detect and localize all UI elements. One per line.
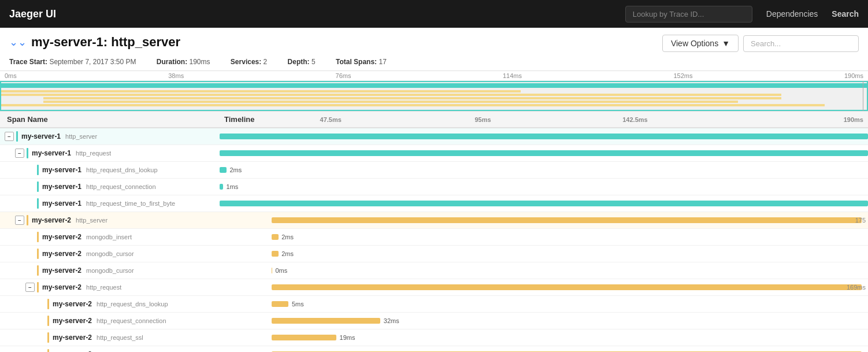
span-color-indicator xyxy=(47,349,49,352)
span-operation-name: mongodb_cursor xyxy=(86,250,134,257)
span-bar-container xyxy=(272,335,336,340)
table-row[interactable]: −my-server-2http_request169ms xyxy=(0,279,868,296)
span-service-name: my-server-1 xyxy=(21,132,61,140)
brand-logo: Jaeger UI xyxy=(9,8,56,20)
tick-47ms: 47.5ms xyxy=(255,116,407,123)
table-row[interactable]: my-server-1http_request_connection1ms xyxy=(0,179,868,195)
span-duration-right-label: 169ms xyxy=(847,284,866,291)
span-service-name: my-server-1 xyxy=(42,183,81,191)
meta-duration: Duration: 190ms xyxy=(157,58,220,66)
span-service-name: my-server-1 xyxy=(42,166,81,174)
span-timeline-col[interactable]: 129ms xyxy=(220,346,868,352)
span-operation-name: http_request_connection xyxy=(97,317,166,324)
span-bar-container xyxy=(220,167,227,173)
trace-title: my-server-1: http_server xyxy=(31,35,180,50)
span-operation-name: http_request_dns_lookup xyxy=(97,301,168,307)
span-timeline-col[interactable]: 2ms xyxy=(220,229,868,245)
span-bar-container xyxy=(272,234,279,240)
span-color-indicator xyxy=(37,282,39,292)
span-name-col: my-server-1http_request_time_to_first_by… xyxy=(0,197,220,210)
table-row[interactable]: my-server-1http_request_time_to_first_by… xyxy=(0,195,868,212)
span-color-indicator xyxy=(47,299,49,309)
span-name-col: my-server-1http_request_connection xyxy=(0,180,220,194)
collapse-chevron[interactable]: ⌄⌄ xyxy=(9,36,27,49)
span-service-name: my-server-1 xyxy=(42,199,81,208)
span-timeline-col[interactable] xyxy=(220,128,868,144)
expand-collapse-button[interactable]: − xyxy=(15,149,24,158)
span-timeline-col[interactable] xyxy=(220,145,868,161)
table-row[interactable]: −my-server-1http_server xyxy=(0,128,868,145)
chevron-down-icon: ▼ xyxy=(722,39,730,48)
span-service-name: my-server-2 xyxy=(42,266,81,275)
expand-collapse-button[interactable]: − xyxy=(5,132,14,141)
trace-id-input[interactable] xyxy=(625,6,752,23)
expand-collapse-button[interactable]: − xyxy=(25,283,35,292)
col-name-header: Span Name xyxy=(0,115,220,124)
span-service-name: my-server-2 xyxy=(32,216,71,224)
table-row[interactable]: my-server-1http_request_dns_lookup2ms xyxy=(0,162,868,179)
minimap-right-handle[interactable] xyxy=(863,81,863,111)
span-timeline-col[interactable]: 32ms xyxy=(220,313,868,329)
table-row[interactable]: my-server-2http_request_ssl19ms xyxy=(0,329,868,346)
span-bar-container xyxy=(272,301,289,307)
span-duration-label: 2ms xyxy=(281,250,294,257)
span-color-indicator xyxy=(16,131,18,142)
table-row[interactable]: my-server-2http_request_connection32ms xyxy=(0,313,868,329)
tick-142ms: 142.5ms xyxy=(559,116,711,123)
meta-depth: Depth: 5 xyxy=(288,58,325,66)
span-color-indicator xyxy=(37,249,39,259)
dependencies-link[interactable]: Dependencies xyxy=(766,9,818,18)
span-duration-label: 2ms xyxy=(281,234,294,240)
table-row[interactable]: my-server-2http_request_dns_lookup5ms xyxy=(0,296,868,313)
span-timeline-col[interactable]: 175 xyxy=(220,212,868,228)
span-operation-name: http_request xyxy=(86,284,121,291)
span-timeline-col[interactable]: 0ms xyxy=(220,262,868,279)
tick-95ms: 95ms xyxy=(407,116,559,123)
minimap-row-5 xyxy=(0,104,825,106)
span-bar-container xyxy=(220,184,223,190)
view-options-button[interactable]: View Options ▼ xyxy=(662,35,739,52)
table-row[interactable]: my-server-2mongodb_cursor0ms xyxy=(0,262,868,279)
table-row[interactable]: my-server-2mongodb_insert2ms xyxy=(0,229,868,246)
span-timeline-col[interactable]: 2ms xyxy=(220,246,868,262)
span-duration-label: 32ms xyxy=(384,317,399,324)
span-bar-container xyxy=(272,318,380,324)
span-color-indicator xyxy=(37,232,39,242)
timeline-minimap[interactable] xyxy=(0,81,868,111)
span-service-name: my-server-2 xyxy=(53,334,92,342)
table-row[interactable]: −my-server-2http_server175 xyxy=(0,212,868,229)
span-operation-name: http_request_dns_lookup xyxy=(86,166,158,173)
trace-header: ⌄⌄ my-server-1: http_server View Options… xyxy=(0,28,868,55)
table-row[interactable]: my-server-2mongodb_cursor2ms xyxy=(0,246,868,262)
span-timeline-col[interactable] xyxy=(220,195,868,212)
span-color-indicator xyxy=(47,316,49,326)
span-duration-label: 1ms xyxy=(226,183,238,190)
trace-search-input[interactable] xyxy=(743,35,859,52)
span-bar xyxy=(220,201,868,206)
span-timeline-col[interactable]: 1ms xyxy=(220,179,868,195)
span-timeline-col[interactable]: 5ms xyxy=(220,296,868,312)
tick-190ms: 190ms xyxy=(711,116,863,123)
span-operation-name: http_request_time_to_first_byte xyxy=(86,200,175,207)
expand-collapse-button[interactable]: − xyxy=(15,216,24,225)
span-bar xyxy=(272,284,862,290)
minimap-row-3 xyxy=(43,97,781,99)
table-row[interactable]: my-server-2http_request_time_to_first_by… xyxy=(0,346,868,352)
span-timeline-col[interactable]: 2ms xyxy=(220,162,868,178)
table-row[interactable]: −my-server-1http_request xyxy=(0,145,868,162)
span-bar xyxy=(272,268,272,273)
span-bar xyxy=(220,134,868,139)
span-operation-name: mongodb_insert xyxy=(86,234,132,240)
span-operation-name: http_request_connection xyxy=(86,183,155,190)
span-name-col: my-server-2http_request_ssl xyxy=(0,331,220,344)
span-service-name: my-server-2 xyxy=(53,317,92,325)
span-timeline-col[interactable]: 19ms xyxy=(220,329,868,346)
search-button[interactable]: Search xyxy=(832,9,859,18)
span-service-name: my-server-2 xyxy=(53,300,92,308)
span-color-indicator xyxy=(27,215,28,225)
minimap-teal-bar xyxy=(0,83,868,88)
span-name-col: −my-server-1http_server xyxy=(0,129,220,143)
span-bar xyxy=(272,251,279,257)
span-timeline-col[interactable]: 169ms xyxy=(220,279,868,295)
ruler-tick-190ms: 190ms xyxy=(844,72,863,79)
